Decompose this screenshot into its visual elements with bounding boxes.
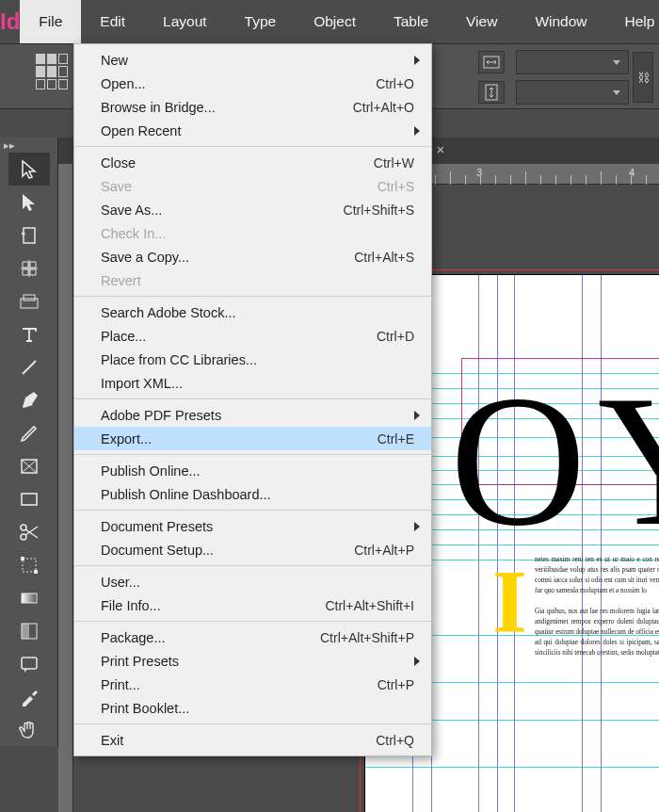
- reference-point-grid[interactable]: [36, 54, 68, 89]
- menu-item-exit[interactable]: ExitCtrl+Q: [74, 728, 431, 752]
- fit-width-icon[interactable]: [478, 51, 505, 73]
- menu-item-search-adobe-stock[interactable]: Search Adobe Stock...: [74, 300, 431, 324]
- fit-height-icon[interactable]: [478, 81, 505, 104]
- menu-item-publish-online-dashboard[interactable]: Publish Online Dashboard...: [74, 482, 431, 506]
- menu-item-document-setup[interactable]: Document Setup...Ctrl+Alt+P: [74, 538, 431, 561]
- submenu-arrow-icon: [414, 56, 420, 65]
- content-collector-tool[interactable]: [8, 284, 50, 317]
- menu-item-close[interactable]: CloseCtrl+W: [74, 151, 431, 174]
- menu-item-shortcut: Ctrl+Alt+Shift+I: [325, 598, 414, 613]
- menu-item-label: Save: [101, 179, 378, 194]
- menu-item-save-as[interactable]: Save As...Ctrl+Shift+S: [74, 198, 431, 221]
- menu-separator: [74, 146, 431, 147]
- menu-item-shortcut: Ctrl+Q: [376, 733, 414, 748]
- menu-file[interactable]: File: [20, 0, 81, 43]
- drop-cap[interactable]: I: [492, 550, 527, 654]
- eyedropper-tool[interactable]: [8, 680, 50, 713]
- menu-window[interactable]: Window: [516, 0, 605, 43]
- svg-rect-9: [22, 494, 37, 505]
- menu-layout[interactable]: Layout: [144, 0, 226, 43]
- menu-separator: [74, 723, 431, 724]
- menu-item-import-xml[interactable]: Import XML...: [74, 371, 431, 395]
- guide[interactable]: [365, 767, 659, 768]
- menu-item-shortcut: Ctrl+E: [378, 431, 414, 447]
- body-text-frame[interactable]: netes maxim reni ten es ut ur maio e con…: [535, 555, 659, 668]
- menu-item-label: Document Presets: [101, 519, 414, 534]
- menu-item-label: Document Setup...: [101, 543, 354, 558]
- menu-item-new[interactable]: New: [74, 48, 431, 72]
- svg-rect-18: [22, 658, 37, 669]
- menu-item-label: Close: [101, 155, 374, 171]
- menu-separator: [74, 454, 431, 455]
- menu-item-save-a-copy[interactable]: Save a Copy...Ctrl+Alt+S: [74, 245, 431, 268]
- menu-separator: [74, 565, 431, 566]
- menu-type[interactable]: Type: [226, 0, 296, 43]
- menu-item-shortcut: Ctrl+O: [376, 76, 414, 91]
- menu-table[interactable]: Table: [375, 0, 447, 43]
- menu-object[interactable]: Object: [295, 0, 375, 43]
- menu-item-open-recent[interactable]: Open Recent: [74, 119, 431, 142]
- line-tool[interactable]: [8, 350, 50, 383]
- menu-item-shortcut: Ctrl+D: [377, 329, 414, 344]
- hand-tool[interactable]: [8, 713, 50, 746]
- menu-separator: [74, 510, 431, 511]
- width-dropdown[interactable]: [516, 50, 629, 74]
- close-tab-icon[interactable]: ×: [433, 143, 448, 158]
- menu-item-place-from-cc-libraries[interactable]: Place from CC Libraries...: [74, 348, 431, 371]
- page-tool[interactable]: [8, 219, 50, 252]
- gradient-swatch-tool[interactable]: [8, 581, 50, 614]
- menu-item-package[interactable]: Package...Ctrl+Alt+Shift+P: [74, 625, 431, 649]
- note-tool[interactable]: [8, 647, 50, 680]
- menu-item-label: Search Adobe Stock...: [101, 305, 414, 320]
- menu-item-shortcut: Ctrl+P: [378, 677, 414, 692]
- menu-item-label: Export...: [101, 431, 378, 447]
- menu-item-label: Publish Online...: [101, 463, 414, 479]
- menu-item-user[interactable]: User...: [74, 570, 431, 593]
- pencil-tool[interactable]: [8, 416, 50, 449]
- rectangle-frame-tool[interactable]: [8, 449, 50, 482]
- menu-item-label: Save a Copy...: [101, 250, 354, 265]
- menu-item-print-booklet[interactable]: Print Booklet...: [74, 696, 431, 720]
- menu-help[interactable]: Help: [606, 0, 659, 43]
- menu-item-label: File Info...: [101, 598, 325, 613]
- menu-item-file-info[interactable]: File Info...Ctrl+Alt+Shift+I: [74, 593, 431, 617]
- selection-tool[interactable]: [8, 153, 50, 186]
- menu-item-print[interactable]: Print...Ctrl+P: [74, 673, 431, 696]
- gap-tool[interactable]: [8, 252, 50, 284]
- link-icon[interactable]: ⛓: [633, 52, 653, 103]
- menu-item-export[interactable]: Export...Ctrl+E: [74, 427, 431, 450]
- menu-item-label: Browse in Bridge...: [101, 100, 353, 115]
- menu-item-save: SaveCtrl+S: [74, 174, 431, 198]
- menu-separator: [74, 296, 431, 297]
- menu-item-label: Open Recent: [101, 123, 414, 138]
- gradient-feather-tool[interactable]: [8, 614, 50, 647]
- menu-view[interactable]: View: [447, 0, 516, 43]
- direct-selection-tool[interactable]: [8, 186, 50, 219]
- body-para: netes maxim reni ten es ut ur maio e con…: [535, 555, 659, 597]
- menu-item-label: Publish Online Dashboard...: [101, 487, 414, 502]
- headline-text[interactable]: OY: [450, 352, 659, 568]
- menu-item-shortcut: Ctrl+Alt+Shift+P: [320, 630, 414, 645]
- menu-item-document-presets[interactable]: Document Presets: [74, 514, 431, 538]
- type-tool[interactable]: [8, 317, 50, 350]
- pen-tool[interactable]: [8, 383, 50, 416]
- menu-item-open[interactable]: Open...Ctrl+O: [74, 72, 431, 95]
- free-transform-tool[interactable]: [8, 548, 50, 581]
- scissors-tool[interactable]: [8, 515, 50, 548]
- menu-edit[interactable]: Edit: [81, 0, 144, 43]
- expand-panel-icon[interactable]: ▸▸: [4, 139, 15, 152]
- menu-item-shortcut: Ctrl+W: [374, 155, 414, 171]
- menubar: Id File Edit Layout Type Object Table Vi…: [0, 0, 659, 43]
- menu-item-print-presets[interactable]: Print Presets: [74, 649, 431, 673]
- menu-item-adobe-pdf-presets[interactable]: Adobe PDF Presets: [74, 403, 431, 427]
- menu-item-browse-in-bridge[interactable]: Browse in Bridge...Ctrl+Alt+O: [74, 95, 431, 119]
- svg-rect-12: [23, 559, 36, 572]
- menu-item-label: Package...: [101, 630, 320, 645]
- menu-item-publish-online[interactable]: Publish Online...: [74, 459, 431, 482]
- menu-separator: [74, 398, 431, 399]
- rectangle-tool[interactable]: [8, 482, 50, 515]
- height-dropdown[interactable]: [516, 80, 629, 105]
- menu-item-place[interactable]: Place...Ctrl+D: [74, 324, 431, 348]
- menu-item-label: Import XML...: [101, 376, 414, 391]
- submenu-arrow-icon: [414, 522, 420, 531]
